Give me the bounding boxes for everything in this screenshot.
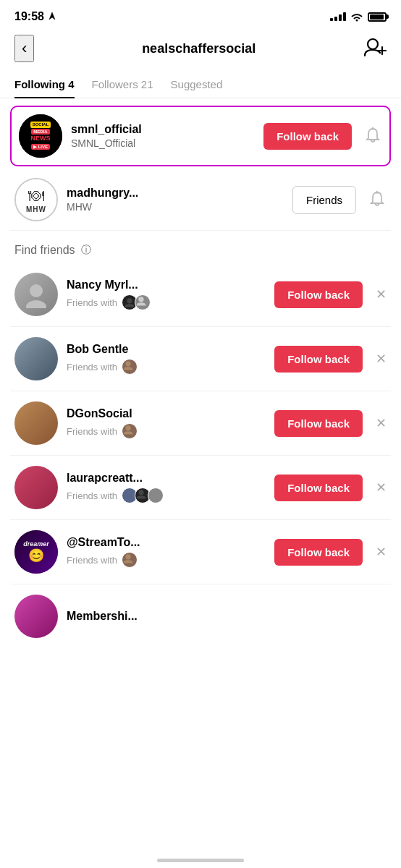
bell-icon-madhungry[interactable] — [368, 190, 387, 210]
svg-point-10 — [125, 361, 130, 366]
mutual-avatars-bob — [122, 359, 138, 375]
svg-point-1 — [368, 39, 378, 49]
friends-with-label-bob: Friends with — [67, 362, 117, 373]
find-friends-list: Nancy Myrl... Friends with Follow back ✕ — [0, 263, 401, 642]
tab-following[interactable]: Following 4 — [14, 71, 75, 98]
handle-madhungry: MHW — [67, 201, 284, 213]
follow-back-button-bob[interactable]: Follow back — [274, 346, 363, 373]
friends-with-label-stream: Friends with — [67, 555, 117, 566]
svg-point-12 — [138, 490, 143, 495]
back-button[interactable]: ‹ — [14, 35, 34, 62]
avatar-smnl: SOCIAL MEDIA NEWS ▶ LIVE — [19, 114, 62, 158]
status-icons — [330, 12, 387, 22]
mutual-avatars-laura — [122, 488, 164, 503]
find-friends-label: Find friends — [14, 244, 75, 257]
svg-point-9 — [138, 297, 143, 302]
find-friends-header: Find friends ⓘ — [0, 231, 401, 263]
friend-name-stream: @StreamTo... — [67, 536, 266, 549]
friend-item-bob: Bob Gentle Friends with Follow back ✕ — [10, 327, 391, 391]
username-smnl: smnl_official — [71, 123, 255, 136]
avatar-nancy — [14, 273, 58, 316]
friend-item-nancy: Nancy Myrl... Friends with Follow back ✕ — [10, 263, 391, 327]
friend-name-member: Membershi... — [67, 610, 387, 623]
svg-point-6 — [30, 284, 43, 297]
friend-item-laura: laurapcreatt... Friends with Follow back… — [10, 456, 391, 520]
svg-point-11 — [125, 425, 130, 430]
dismiss-button-stream[interactable]: ✕ — [376, 544, 387, 560]
dismiss-button-dgon[interactable]: ✕ — [376, 415, 387, 431]
username-madhungry: madhungry... — [67, 187, 284, 200]
user-info-smnl: smnl_official SMNL_Official — [71, 123, 255, 149]
friends-with-label-dgon: Friends with — [67, 426, 117, 437]
status-bar: 19:58 — [0, 0, 401, 29]
follow-item-smnl: SOCIAL MEDIA NEWS ▶ LIVE smnl_official S… — [10, 106, 391, 166]
wifi-icon — [350, 12, 363, 22]
status-time: 19:58 — [14, 10, 44, 23]
avatar-madhungry: 🍽 MHW — [14, 178, 58, 221]
friend-info-nancy: Nancy Myrl... Friends with — [67, 278, 266, 310]
friend-name-dgon: DGonSocial — [67, 407, 266, 420]
follow-back-button-nancy[interactable]: Follow back — [274, 281, 363, 308]
friends-button-madhungry[interactable]: Friends — [292, 186, 356, 214]
friend-name-bob: Bob Gentle — [67, 343, 266, 356]
friend-info-member: Membershi... — [67, 610, 387, 623]
friend-info-laura: laurapcreatt... Friends with — [67, 472, 266, 503]
mutual-avatars-dgon — [122, 423, 138, 439]
avatar-bob — [14, 337, 58, 380]
user-info-madhungry: madhungry... MHW — [67, 187, 284, 213]
friend-item-dgon: DGonSocial Friends with Follow back ✕ — [10, 391, 391, 456]
friends-with-label-nancy: Friends with — [67, 297, 117, 308]
page-title: nealschaffersocial — [142, 41, 256, 56]
avatar-member — [14, 595, 58, 638]
friends-with-label-laura: Friends with — [67, 490, 117, 501]
svg-marker-0 — [49, 12, 55, 20]
friend-name-laura: laurapcreatt... — [67, 472, 266, 485]
add-user-icon — [363, 37, 387, 57]
friend-item-stream: dreamer 😊 @StreamTo... Friends with Foll… — [10, 520, 391, 584]
battery-icon — [368, 12, 387, 22]
tabs-bar: Following 4 Followers 21 Suggested — [0, 71, 401, 98]
signal-bars-icon — [330, 12, 346, 21]
info-icon[interactable]: ⓘ — [81, 244, 91, 257]
friend-info-bob: Bob Gentle Friends with — [67, 343, 266, 375]
friend-name-nancy: Nancy Myrl... — [67, 278, 266, 292]
friend-info-dgon: DGonSocial Friends with — [67, 407, 266, 439]
mutual-avatars-nancy — [122, 294, 151, 310]
friend-item-member: Membershi... — [10, 584, 391, 642]
tab-followers[interactable]: Followers 21 — [92, 71, 153, 98]
avatar-stream: dreamer 😊 — [14, 530, 58, 574]
tab-suggested[interactable]: Suggested — [171, 71, 223, 98]
dismiss-button-bob[interactable]: ✕ — [376, 351, 387, 367]
avatar-laura — [14, 466, 58, 509]
following-list: SOCIAL MEDIA NEWS ▶ LIVE smnl_official S… — [0, 106, 401, 231]
svg-point-8 — [127, 298, 132, 303]
follow-back-button-laura[interactable]: Follow back — [274, 475, 363, 501]
svg-point-13 — [125, 554, 130, 559]
location-icon — [48, 12, 56, 21]
dismiss-button-nancy[interactable]: ✕ — [376, 286, 387, 302]
home-indicator — [157, 859, 244, 862]
header: ‹ nealschaffersocial — [0, 29, 401, 71]
follow-back-button-smnl[interactable]: Follow back — [263, 123, 352, 150]
follow-back-button-dgon[interactable]: Follow back — [274, 410, 363, 437]
add-user-button[interactable] — [363, 37, 387, 60]
friend-info-stream: @StreamTo... Friends with — [67, 536, 266, 568]
dismiss-button-laura[interactable]: ✕ — [376, 480, 387, 495]
follow-item-madhungry: 🍽 MHW madhungry... MHW Friends — [10, 169, 391, 231]
bell-icon-smnl[interactable] — [363, 126, 382, 146]
svg-point-7 — [26, 300, 46, 308]
mutual-avatars-stream — [122, 552, 138, 568]
follow-back-button-stream[interactable]: Follow back — [274, 539, 363, 566]
handle-smnl: SMNL_Official — [71, 137, 255, 149]
avatar-dgon — [14, 401, 58, 445]
